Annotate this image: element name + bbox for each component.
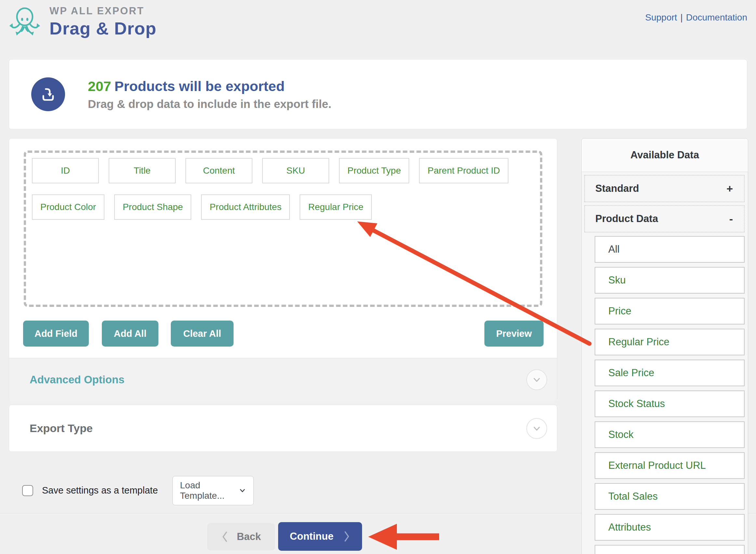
continue-button-label: Continue [290, 531, 334, 542]
field-chip-product-shape[interactable]: Product Shape [114, 195, 191, 220]
wp-all-export-drag-drop-page: WP ALL EXPORT Drag & Drop Support|Docume… [0, 0, 756, 554]
headline-text: Products will be exported [114, 78, 285, 94]
link-separator: | [680, 12, 683, 22]
field-chip-content[interactable]: Content [186, 158, 252, 183]
field-builder-panel: ID Title Content SKU Product Type Parent… [9, 138, 557, 400]
brand: WP ALL EXPORT Drag & Drop [9, 3, 156, 41]
group-product-data-label: Product Data [595, 213, 658, 225]
collapse-icon[interactable]: - [729, 213, 733, 225]
data-item-stock-status[interactable]: Stock Status [595, 390, 745, 417]
data-item-regular-price[interactable]: Regular Price [595, 329, 745, 355]
chevron-down-icon [239, 486, 246, 495]
data-item-sale-price[interactable]: Sale Price [595, 359, 745, 386]
chevron-down-icon [531, 423, 542, 434]
summary-subtitle: Drag & drop data to include in the expor… [88, 98, 332, 111]
data-item-sku[interactable]: Sku [595, 267, 745, 293]
chevron-left-icon [221, 531, 229, 543]
back-button[interactable]: Back [207, 523, 275, 550]
download-badge [31, 77, 65, 111]
summary-headline: 207Products will be exported [88, 78, 332, 94]
data-item-external-product-url[interactable]: External Product URL [595, 452, 745, 479]
save-template-label: Save settings as a template [42, 485, 158, 496]
add-all-button[interactable]: Add All [102, 321, 158, 346]
brand-text: WP ALL EXPORT Drag & Drop [49, 3, 156, 38]
field-chip-product-type[interactable]: Product Type [339, 158, 409, 183]
chip-row: Product Color Product Shape Product Attr… [32, 195, 534, 220]
data-item-price[interactable]: Price [595, 298, 745, 325]
clear-all-button[interactable]: Clear All [171, 321, 234, 346]
advanced-options-toggle[interactable]: Advanced Options [30, 374, 124, 386]
export-type-expand-button[interactable] [526, 418, 547, 439]
load-template-value: Load Template... [180, 480, 239, 501]
data-item-partially-visible[interactable] [595, 545, 745, 554]
export-summary-panel: 207Products will be exported Drag & drop… [9, 59, 747, 129]
save-template-checkbox[interactable] [22, 485, 33, 496]
field-chip-title[interactable]: Title [109, 158, 176, 183]
top-links: Support|Documentation [645, 12, 747, 23]
support-link[interactable]: Support [645, 12, 677, 22]
export-type-toggle[interactable]: Export Type [30, 422, 93, 435]
data-item-attributes[interactable]: Attributes [595, 514, 745, 541]
template-settings-row: Save settings as a template Load Templat… [9, 475, 557, 506]
available-data-sidebar: Available Data Standard + Product Data -… [581, 138, 748, 554]
field-chip-regular-price[interactable]: Regular Price [300, 195, 372, 220]
data-item-total-sales[interactable]: Total Sales [595, 483, 745, 510]
load-template-select[interactable]: Load Template... [172, 476, 254, 505]
preview-button[interactable]: Preview [485, 321, 544, 346]
download-tray-icon [38, 84, 58, 104]
brand-name: WP ALL EXPORT [49, 5, 156, 17]
field-chip-product-attributes[interactable]: Product Attributes [201, 195, 290, 220]
field-chip-sku[interactable]: SKU [262, 158, 329, 183]
page-title: Drag & Drop [49, 18, 156, 38]
field-actions-row: Add Field Add All Clear All Preview [23, 321, 544, 346]
documentation-link[interactable]: Documentation [686, 12, 747, 22]
field-chip-id[interactable]: ID [32, 158, 99, 183]
export-fields-drop-zone[interactable]: ID Title Content SKU Product Type Parent… [24, 151, 542, 307]
export-count: 207 [88, 78, 111, 94]
back-button-label: Back [237, 531, 261, 543]
summary-text: 207Products will be exported Drag & drop… [88, 78, 332, 111]
chevron-right-icon [343, 530, 350, 543]
expand-icon[interactable]: + [726, 182, 733, 195]
product-data-items: All Sku Price Regular Price Sale Price S… [595, 236, 745, 554]
octopus-logo-icon [9, 5, 40, 41]
chip-row: ID Title Content SKU Product Type Parent… [32, 158, 534, 183]
data-item-all[interactable]: All [595, 236, 745, 263]
field-chip-product-color[interactable]: Product Color [32, 195, 104, 220]
field-chip-parent-product-id[interactable]: Parent Product ID [419, 158, 508, 183]
data-item-stock[interactable]: Stock [595, 421, 745, 448]
continue-button[interactable]: Continue [278, 522, 362, 551]
advanced-options-section: Advanced Options [9, 358, 557, 401]
available-data-title: Available Data [582, 138, 748, 172]
top-bar: WP ALL EXPORT Drag & Drop Support|Docume… [0, 0, 756, 52]
chevron-down-icon [531, 374, 542, 385]
add-field-button[interactable]: Add Field [23, 321, 89, 346]
advanced-options-expand-button[interactable] [526, 369, 547, 390]
group-product-data[interactable]: Product Data - [584, 205, 745, 232]
export-type-section: Export Type [9, 405, 557, 452]
group-standard-label: Standard [595, 183, 639, 195]
group-standard[interactable]: Standard + [584, 175, 745, 202]
